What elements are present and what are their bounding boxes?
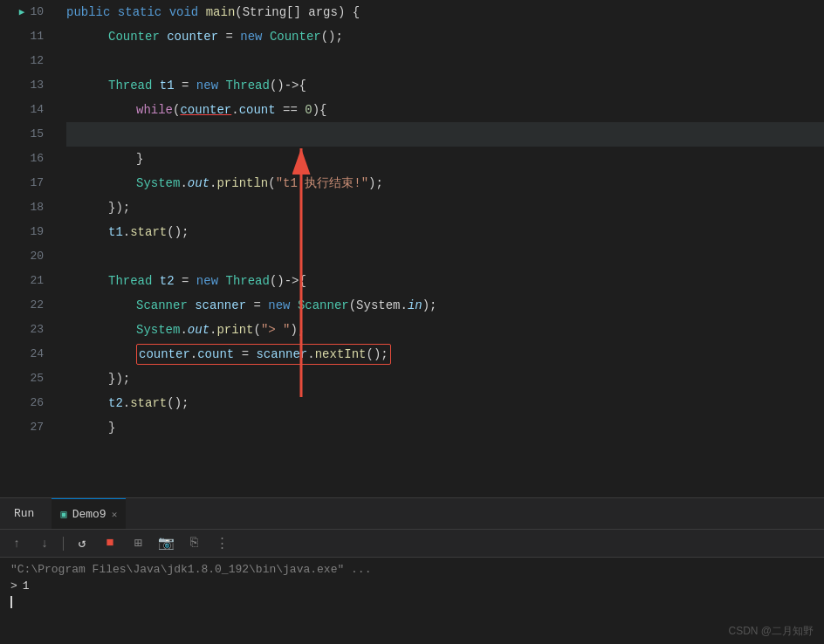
code-line-24: counter.count = scanner.nextInt(); — [66, 342, 824, 367]
run-tab[interactable]: Run — [7, 504, 41, 524]
code-editor: ▶ 10 11 12 13 14 15 16 17 18 19 20 21 22… — [0, 0, 824, 497]
line-num-24: 24 — [30, 342, 44, 367]
output-java-path: "C:\Program Files\Java\jdk1.8.0_192\bin\… — [10, 563, 814, 576]
line-numbers: ▶ 10 11 12 13 14 15 16 17 18 19 20 21 22… — [0, 0, 52, 497]
code-line-18: }); — [66, 195, 824, 220]
demo-tab-icon: ▣ — [60, 508, 66, 521]
code-line-20 — [66, 244, 824, 269]
demo-tab[interactable]: ▣ Demo9 ✕ — [52, 498, 126, 529]
line-num-19: 19 — [30, 220, 44, 244]
code-line-12 — [66, 49, 824, 73]
code-line-17: System.out.println("t1 执行结束!"); — [66, 171, 824, 195]
line-num-18: 18 — [30, 195, 44, 220]
panel-tabs: Run ▣ Demo9 ✕ — [0, 498, 824, 530]
scroll-up-button[interactable]: ↑ — [7, 534, 26, 553]
code-content: public static void main(String[] args) {… — [52, 0, 824, 497]
toolbar-divider-1 — [63, 537, 64, 551]
watermark: CSDN @二月知野 — [728, 624, 814, 639]
code-line-25: }); — [66, 367, 824, 391]
line-num-27: 27 — [30, 415, 44, 440]
code-line-19: t1.start(); — [66, 220, 824, 244]
line-num-11: 11 — [30, 24, 44, 49]
line-num-14: 14 — [30, 98, 44, 122]
code-line-26: t2.start(); — [66, 391, 824, 415]
line-num-23: 23 — [30, 318, 44, 342]
copy-button[interactable]: ⎘ — [184, 534, 203, 553]
code-line-23: System.out.print("> "); — [66, 318, 824, 342]
line-num-26: 26 — [30, 391, 44, 415]
tab-close-icon[interactable]: ✕ — [112, 509, 118, 520]
line-num-21: 21 — [30, 269, 44, 293]
code-line-16: } — [66, 147, 824, 171]
code-line-14: while(counter.count == 0){ — [66, 98, 824, 122]
rerun-button[interactable]: ↺ — [72, 534, 92, 553]
output-prompt-symbol: > — [10, 579, 17, 593]
demo-tab-label: Demo9 — [72, 508, 106, 521]
code-line-27: } — [66, 415, 824, 440]
panel-toolbar: ↑ ↓ ↺ ■ ⊞ 📷 ⎘ ⋮ — [0, 530, 824, 558]
code-line-10: public static void main(String[] args) { — [66, 0, 824, 24]
code-line-13: Thread t1 = new Thread()->{ — [66, 73, 824, 98]
output-cursor — [10, 596, 12, 608]
build-button[interactable]: ⊞ — [128, 534, 148, 553]
screenshot-button[interactable]: 📷 — [156, 534, 175, 553]
line-num-22: 22 — [30, 293, 44, 318]
scroll-down-button[interactable]: ↓ — [35, 534, 54, 553]
line-num-12: 12 — [30, 49, 44, 73]
bottom-panel: Run ▣ Demo9 ✕ ↑ ↓ ↺ ■ ⊞ 📷 ⎘ ⋮ "C:\Progra… — [0, 497, 824, 644]
line-num-16: 16 — [30, 147, 44, 171]
code-line-11: Counter counter = new Counter(); — [66, 24, 824, 49]
stop-button[interactable]: ■ — [100, 534, 120, 553]
line-num-10: 10 — [30, 0, 44, 24]
run-icon-10[interactable]: ▶ — [19, 0, 25, 24]
line-num-15: 15 — [30, 122, 44, 147]
line-num-25: 25 — [30, 367, 44, 391]
output-prompt-line: > 1 — [10, 579, 814, 593]
line-num-17: 17 — [30, 171, 44, 195]
code-line-15 — [66, 122, 824, 147]
more-options-button[interactable]: ⋮ — [212, 534, 231, 553]
code-line-21: Thread t2 = new Thread()->{ — [66, 269, 824, 293]
console-output: "C:\Program Files\Java\jdk1.8.0_192\bin\… — [0, 558, 824, 644]
line-num-20: 20 — [30, 244, 44, 269]
output-value: 1 — [23, 579, 30, 593]
code-line-22: Scanner scanner = new Scanner(System.in)… — [66, 293, 824, 318]
line-num-13: 13 — [30, 73, 44, 98]
